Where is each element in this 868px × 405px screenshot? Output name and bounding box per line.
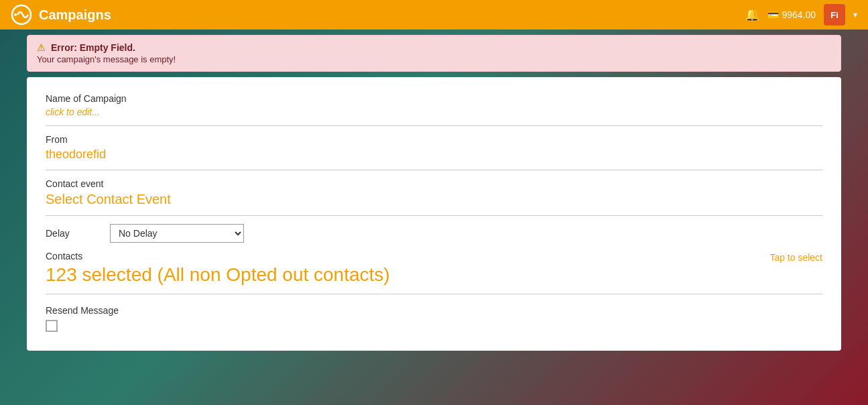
warning-icon: ⚠	[37, 42, 46, 53]
tap-to-select-button[interactable]: Tap to select	[769, 252, 822, 263]
credits-display: 💳 9964.00	[767, 9, 816, 20]
divider-contact-event	[46, 215, 822, 216]
error-message: Your campaign's message is empty!	[37, 54, 831, 64]
app-title: Campaigns	[39, 7, 111, 23]
delay-row: Delay No Delay 1 day 2 days 3 days	[46, 224, 822, 243]
resend-checkbox[interactable]	[46, 320, 58, 332]
contact-event-label: Contact event	[46, 178, 822, 189]
header-right: 🔔 💳 9964.00 Fi ▾	[745, 4, 857, 25]
contact-event-field: Contact event Select Contact Event	[46, 178, 822, 207]
error-banner: ⚠ Error: Empty Field. Your campaign's me…	[27, 35, 841, 72]
credits-icon: 💳	[767, 9, 779, 20]
campaign-name-label: Name of Campaign	[46, 93, 822, 104]
header-left: Campaigns	[11, 4, 111, 25]
user-avatar[interactable]: Fi	[824, 4, 845, 25]
error-title: ⚠ Error: Empty Field.	[37, 42, 831, 53]
delay-select[interactable]: No Delay 1 day 2 days 3 days	[110, 224, 244, 243]
contacts-value: 123 selected (All non Opted out contacts…	[46, 264, 769, 286]
app-logo-icon	[11, 4, 32, 25]
from-label: From	[46, 134, 822, 145]
contact-event-value[interactable]: Select Contact Event	[46, 192, 822, 207]
divider-contacts	[46, 294, 822, 294]
from-value[interactable]: theodorefid	[46, 148, 822, 162]
contacts-row: Contacts 123 selected (All non Opted out…	[46, 251, 822, 286]
notification-icon[interactable]: 🔔	[745, 7, 759, 22]
resend-label: Resend Message	[46, 305, 822, 316]
divider-from	[46, 170, 822, 170]
campaign-form-card: Name of Campaign click to edit... From t…	[27, 77, 841, 351]
divider-name	[46, 125, 822, 126]
app-header: Campaigns 🔔 💳 9964.00 Fi ▾	[0, 0, 868, 30]
user-menu-dropdown-icon[interactable]: ▾	[853, 10, 857, 19]
resend-section: Resend Message	[46, 305, 822, 335]
svg-point-1	[14, 13, 17, 16]
campaign-name-field: Name of Campaign click to edit...	[46, 93, 822, 117]
from-field: From theodorefid	[46, 134, 822, 162]
campaign-name-input[interactable]: click to edit...	[46, 107, 822, 117]
contacts-left: Contacts 123 selected (All non Opted out…	[46, 251, 769, 286]
delay-label: Delay	[46, 228, 99, 239]
contacts-label: Contacts	[46, 251, 769, 262]
